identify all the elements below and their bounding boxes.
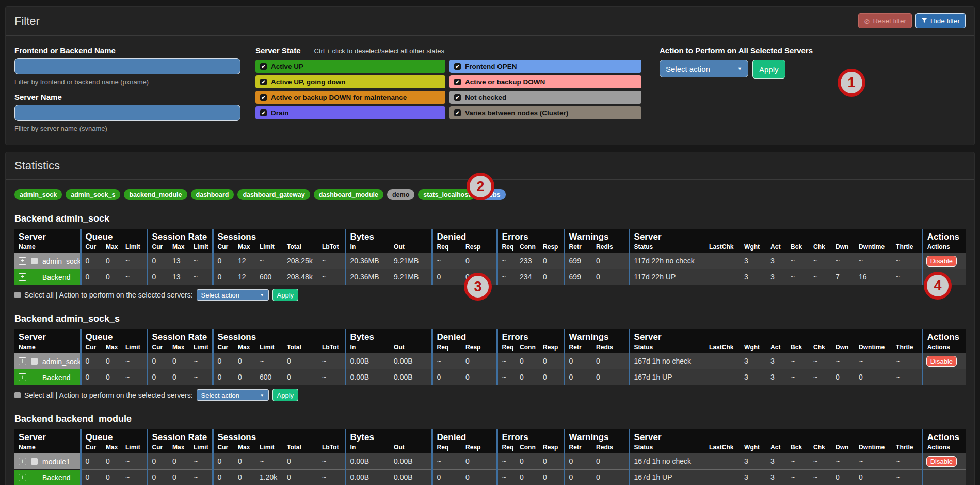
column-group-header: Warnings xyxy=(564,229,629,243)
row-checkbox[interactable] xyxy=(31,258,38,264)
column-subheader: Total xyxy=(283,343,318,353)
server-state-label: Server State xyxy=(255,46,301,55)
disable-button[interactable]: Disable xyxy=(926,356,957,367)
chevron-down-icon: ▼ xyxy=(260,293,264,298)
column-subheader: Actions xyxy=(922,343,966,353)
chevron-down-icon: ▼ xyxy=(737,66,742,71)
column-subheader: LastChk xyxy=(705,243,740,253)
column-subheader: Max xyxy=(102,443,121,453)
stat-cell: 0 xyxy=(147,453,168,470)
backend-badge[interactable]: admin_sock xyxy=(14,189,62,200)
column-group-header: Sessions xyxy=(213,429,345,443)
stat-cell: 0 xyxy=(213,470,234,485)
svname-input[interactable] xyxy=(14,105,240,121)
disable-button[interactable]: Disable xyxy=(926,256,957,267)
stat-cell: ~ xyxy=(809,253,831,269)
stat-cell: 0 xyxy=(592,269,629,285)
backend-badge[interactable]: dashboard_gateway xyxy=(237,189,310,200)
stat-cell: 0 xyxy=(516,453,539,470)
bulk-action-select[interactable]: Select action ▼ xyxy=(660,60,748,77)
backend-badge[interactable]: dashboard_module xyxy=(314,189,383,200)
stat-cell: ~ xyxy=(809,269,831,285)
stat-cell: 0 xyxy=(539,269,564,285)
stat-cell: 0.00B xyxy=(345,353,390,369)
server-state-toggle[interactable]: ✔Active UP, going down xyxy=(255,75,445,88)
stat-cell: 0 xyxy=(168,453,189,470)
server-state-toggle[interactable]: ✔Drain xyxy=(255,106,445,119)
stat-cell: 13 xyxy=(168,269,189,285)
server-state-toggle[interactable]: ✔Frontend OPEN xyxy=(449,60,641,73)
stat-cell: ~ xyxy=(831,353,855,369)
column-subheader: Resp xyxy=(461,443,497,453)
stat-cell: 167d 1h no check xyxy=(629,453,705,470)
stat-cell: 0 xyxy=(516,353,539,369)
checkbox-checked-icon: ✔ xyxy=(260,63,267,70)
annotation-circle-1: 1 xyxy=(838,69,865,97)
server-name-cell: +Backend xyxy=(14,470,81,485)
server-state-toggle[interactable]: ✔Not checked xyxy=(449,91,641,104)
column-subheader: Dwn xyxy=(831,443,855,453)
stat-cell: ~ xyxy=(255,453,283,470)
bulk-apply-button[interactable]: Apply xyxy=(752,60,785,79)
column-subheader: Thrtle xyxy=(892,343,922,353)
stat-cell: 0 xyxy=(432,269,461,285)
expand-icon[interactable]: + xyxy=(19,458,26,465)
backend-badge[interactable]: admin_sock_s xyxy=(66,189,120,200)
stat-cell: 0 xyxy=(102,253,121,269)
backend-badge[interactable]: demo xyxy=(387,189,414,200)
column-subheader: Total xyxy=(283,243,318,253)
server-state-toggle[interactable]: ✔Varies between nodes (Cluster) xyxy=(449,106,641,119)
table-row: +admin_sock100~013~012~208.25k~20.36MB9.… xyxy=(14,253,966,269)
column-subheader: Limit xyxy=(189,443,213,453)
expand-icon[interactable]: + xyxy=(19,373,26,381)
row-action-select[interactable]: Select action▼ xyxy=(197,289,269,301)
stat-cell: ~ xyxy=(786,253,809,269)
expand-icon[interactable]: + xyxy=(19,273,26,281)
column-subheader: Resp xyxy=(539,343,564,353)
stat-cell: ~ xyxy=(809,453,831,470)
disable-button[interactable]: Disable xyxy=(926,456,957,467)
column-subheader: Cur xyxy=(147,243,168,253)
row-checkbox[interactable] xyxy=(31,458,38,465)
backend-badge[interactable]: dashboard xyxy=(191,189,234,200)
pxname-input[interactable] xyxy=(14,58,240,74)
stat-cell: 0 xyxy=(168,369,189,385)
row-checkbox[interactable] xyxy=(31,358,38,365)
server-state-toggle[interactable]: ✔Active UP xyxy=(255,60,445,73)
filter-panel: Filter ⊘ Reset filter Hide filter Fronte… xyxy=(5,6,975,145)
backend-badge[interactable]: backend_module xyxy=(124,189,187,200)
stat-cell: 3 xyxy=(766,369,786,385)
chevron-down-icon: ▼ xyxy=(260,393,264,398)
filter-title: Filter xyxy=(14,14,40,28)
row-apply-button[interactable]: Apply xyxy=(272,389,299,401)
stat-cell: ~ xyxy=(497,453,516,470)
backend-section: Backend admin_sock_sServerQueueSession R… xyxy=(14,314,966,401)
stat-cell: 9.21MB xyxy=(390,253,432,269)
expand-icon[interactable]: + xyxy=(19,357,26,365)
column-subheader: Cur xyxy=(147,343,168,353)
stat-cell: 0.00B xyxy=(390,353,432,369)
hide-filter-button[interactable]: Hide filter xyxy=(915,13,966,28)
stat-cell: 0.00B xyxy=(390,470,432,485)
column-subheader: Retr xyxy=(564,443,592,453)
server-state-toggle[interactable]: ✔Active or backup DOWN xyxy=(449,75,641,88)
select-all-checkbox[interactable] xyxy=(14,292,21,298)
reset-filter-button[interactable]: ⊘ Reset filter xyxy=(858,13,912,28)
server-state-toggle[interactable]: ✔Active or backup DOWN for maintenance xyxy=(255,91,445,104)
row-apply-button[interactable]: Apply xyxy=(272,289,299,301)
expand-icon[interactable]: + xyxy=(19,257,26,265)
stat-cell: 0 xyxy=(461,470,497,485)
stat-cell: 0 xyxy=(168,353,189,369)
select-all-checkbox[interactable] xyxy=(14,392,21,398)
column-subheader: Name xyxy=(14,343,81,353)
column-subheader: Retr xyxy=(564,243,592,253)
stat-cell: 0 xyxy=(102,269,121,285)
stat-cell: ~ xyxy=(121,369,147,385)
expand-icon[interactable]: + xyxy=(19,474,26,481)
column-subheader: Max xyxy=(168,243,189,253)
row-action-select[interactable]: Select action▼ xyxy=(197,389,269,401)
stat-cell: 0 xyxy=(592,253,629,269)
stat-cell: 0 xyxy=(516,369,539,385)
column-subheader: Max xyxy=(234,443,255,453)
row-action-select-value: Select action xyxy=(201,392,239,399)
